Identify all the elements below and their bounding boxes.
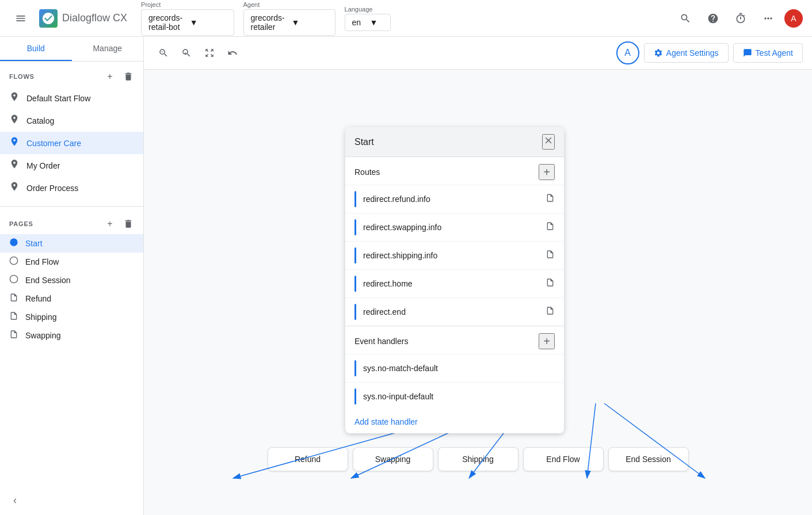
- routes-section: Routes + redirect.refund.info: [345, 157, 564, 326]
- page-item-label-end-flow: End Flow: [25, 257, 59, 266]
- project-dropdown-arrow: ▼: [190, 18, 227, 27]
- sidebar-item-label-customer-care: Customer Care: [26, 139, 81, 148]
- page-item-swapping[interactable]: Swapping: [0, 326, 143, 345]
- route-item-shipping[interactable]: redirect.shipping.info: [345, 241, 564, 269]
- page-item-label-start: Start: [25, 239, 43, 248]
- agent-settings-button[interactable]: Agent Settings: [644, 43, 729, 63]
- zoom-out-button[interactable]: [153, 43, 174, 63]
- agent-dropdown[interactable]: grecords-retailer ▼: [243, 9, 336, 36]
- canvas-area: A Agent Settings Test Agent: [144, 37, 812, 515]
- canvas-node-end-flow[interactable]: End Flow: [523, 447, 604, 471]
- flow-card-title: Start: [354, 137, 374, 147]
- flow-icon-customer-care: [9, 136, 20, 150]
- page-icon-swapping: [9, 330, 18, 341]
- page-icon-refund: [9, 293, 18, 304]
- route-item-refund[interactable]: redirect.refund.info: [345, 185, 564, 213]
- page-item-refund[interactable]: Refund: [0, 289, 143, 308]
- flow-card-header: Start: [345, 127, 564, 157]
- route-label-home: redirect.home: [363, 279, 413, 288]
- help-button[interactable]: [702, 7, 725, 30]
- canvas-node-swapping[interactable]: Swapping: [353, 447, 433, 471]
- add-event-handler-button[interactable]: +: [539, 333, 555, 349]
- canvas-node-end-session[interactable]: End Session: [608, 447, 689, 471]
- sidebar-item-my-order[interactable]: My Order: [0, 154, 143, 177]
- language-dropdown[interactable]: en ▼: [345, 14, 391, 31]
- collapse-sidebar-button[interactable]: ‹: [7, 492, 23, 508]
- route-item-end[interactable]: redirect.end: [345, 297, 564, 326]
- pages-section-actions: +: [102, 216, 136, 232]
- sidebar-divider-1: [0, 206, 143, 207]
- event-item-no-input[interactable]: sys.no-input-default: [345, 382, 564, 410]
- route-border: [354, 276, 356, 292]
- event-item-no-match[interactable]: sys.no-match-default: [345, 354, 564, 382]
- add-state-handler-button[interactable]: Add state handler: [345, 410, 427, 433]
- route-label-end: redirect.end: [363, 307, 406, 316]
- route-label-shipping: redirect.shipping.info: [363, 251, 437, 260]
- event-border: [354, 388, 356, 405]
- svg-point-0: [10, 238, 17, 246]
- route-doc-icon-refund: [546, 193, 555, 205]
- page-icon-end-flow: [9, 256, 18, 268]
- delete-page-button[interactable]: [120, 216, 136, 232]
- flows-section-actions: +: [102, 68, 136, 85]
- route-left-end: redirect.end: [354, 304, 406, 320]
- page-item-start[interactable]: Start: [0, 234, 143, 253]
- language-label: Language: [345, 6, 391, 13]
- timer-button[interactable]: [729, 7, 752, 30]
- agent-label: Agent: [243, 1, 336, 8]
- delete-flow-button[interactable]: [120, 68, 136, 85]
- canvas-node-refund[interactable]: Refund: [268, 447, 348, 471]
- route-border: [354, 304, 356, 320]
- page-item-end-flow[interactable]: End Flow: [0, 253, 143, 271]
- flows-section-header: FLOWS +: [0, 66, 143, 87]
- navbar-left: Dialogflow CX: [9, 7, 127, 30]
- route-doc-icon-end: [546, 306, 555, 318]
- event-handlers-header: Event handlers +: [345, 326, 564, 354]
- page-item-end-session[interactable]: End Session: [0, 271, 143, 289]
- canvas-node-shipping[interactable]: Shipping: [438, 447, 519, 471]
- route-item-home[interactable]: redirect.home: [345, 269, 564, 297]
- canvas-toolbar: A Agent Settings Test Agent: [144, 37, 812, 70]
- project-value: grecords-retail-bot: [148, 13, 185, 32]
- flow-icon-order-process: [9, 181, 20, 194]
- flow-card-body: Routes + redirect.refund.info: [345, 157, 564, 433]
- sidebar-item-customer-care[interactable]: Customer Care: [0, 132, 143, 154]
- sidebar-item-order-process[interactable]: Order Process: [0, 177, 143, 199]
- sidebar-tabs: Build Manage: [0, 37, 143, 62]
- add-flow-button[interactable]: +: [102, 68, 118, 85]
- event-border: [354, 360, 356, 376]
- project-label: Project: [141, 1, 234, 8]
- fit-screen-button[interactable]: [199, 43, 220, 63]
- sidebar-item-default-start-flow[interactable]: Default Start Flow: [0, 87, 143, 109]
- agent-avatar-circle[interactable]: A: [616, 41, 639, 64]
- pages-section-header: PAGES +: [0, 213, 143, 234]
- add-route-button[interactable]: +: [539, 164, 555, 180]
- route-left-swapping: redirect.swapping.info: [354, 219, 441, 235]
- pages-section-title: PAGES: [9, 220, 33, 227]
- sidebar-item-catalog[interactable]: Catalog: [0, 109, 143, 132]
- add-page-button[interactable]: +: [102, 216, 118, 232]
- flow-icon-catalog: [9, 114, 20, 127]
- flow-card-start: Start Routes +: [345, 127, 564, 433]
- hamburger-button[interactable]: [9, 7, 32, 30]
- flows-section-title: FLOWS: [9, 73, 35, 80]
- page-icon-shipping: [9, 311, 18, 323]
- route-item-swapping[interactable]: redirect.swapping.info: [345, 213, 564, 241]
- project-dropdown[interactable]: grecords-retail-bot ▼: [141, 9, 234, 36]
- sidebar-item-label-my-order: My Order: [26, 161, 60, 170]
- svg-point-1: [10, 257, 17, 264]
- project-dropdown-group: Project grecords-retail-bot ▼: [141, 1, 234, 36]
- user-avatar[interactable]: A: [784, 9, 803, 28]
- tab-build[interactable]: Build: [0, 37, 72, 61]
- search-button[interactable]: [674, 7, 697, 30]
- flow-card-close-button[interactable]: [542, 134, 555, 150]
- page-item-shipping[interactable]: Shipping: [0, 308, 143, 326]
- test-agent-button[interactable]: Test Agent: [733, 43, 803, 63]
- navbar-dropdowns: Project grecords-retail-bot ▼ Agent grec…: [141, 1, 390, 36]
- app-title: Dialogflow CX: [62, 12, 127, 24]
- apps-button[interactable]: [757, 7, 780, 30]
- zoom-in-button[interactable]: [176, 43, 197, 63]
- undo-button[interactable]: [222, 43, 243, 63]
- tab-manage[interactable]: Manage: [72, 37, 144, 61]
- route-left-refund: redirect.refund.info: [354, 191, 430, 207]
